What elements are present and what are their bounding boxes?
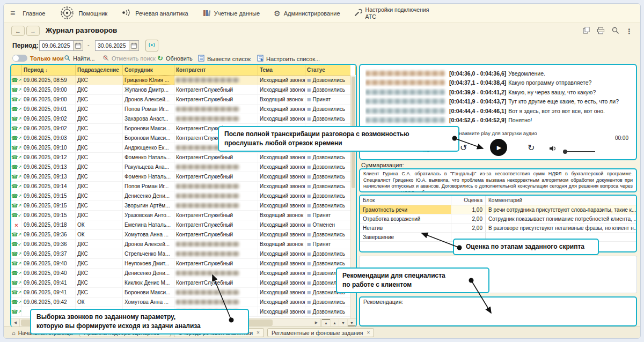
call-employee-cell: Андрющенко Ек... [123, 143, 174, 152]
volume-slider[interactable] [564, 151, 595, 152]
titlebar-actions: ⋮ [582, 26, 633, 36]
period-from-value[interactable]: 09.06.2025 [39, 40, 74, 51]
call-direction-icon: ☎↗ [11, 76, 22, 85]
outgoing-arrow-icon: ↗ [18, 251, 21, 256]
forward-button[interactable]: → [26, 26, 40, 36]
period-to-value[interactable]: 30.06.2025 [95, 40, 129, 51]
only-mine-toggle[interactable]: Только мои [12, 55, 64, 62]
menu-item-administration[interactable]: ⚙ Администрирование [274, 10, 340, 17]
fast-forward-icon[interactable]: ↻ [528, 143, 535, 153]
outgoing-arrow-icon: ↗ [18, 280, 21, 285]
call-row[interactable]: ☎↗09.06.2025, 09:14ДКСПопов Роман Иг...И… [11, 182, 350, 191]
connection-button[interactable] [145, 40, 158, 51]
transcript-line[interactable]: [0:04:36,0 - 0:04:36,6]Уведомление. [365, 69, 632, 78]
scroll-left-button[interactable]: ◀ [11, 319, 20, 326]
call-direction-icon: ☎↗ [11, 85, 22, 94]
more-menu-icon[interactable]: ⋮ [626, 27, 633, 35]
call-row[interactable]: ☎↗09.06.2025, 09:41ДКСБоронови Макси...И… [11, 288, 350, 298]
call-row[interactable]: ☎↗09.06.2025, 09:40ДКСНеупокоев Дмит...К… [11, 259, 350, 269]
call-row[interactable]: ☎↗09.06.2025, 09:13ДКСФоменко Наталь...К… [11, 172, 350, 182]
status-icon: ▦ [307, 232, 311, 237]
go-first-row-button[interactable]: ▲ [321, 319, 330, 326]
speech-analytics-icon [121, 9, 132, 18]
call-period-cell: 09.06.2025, 09:03 [22, 133, 76, 143]
call-period-cell: 09.06.2025, 09:12 [22, 153, 76, 162]
call-employee-cell: Дронов Алексей... [123, 95, 174, 104]
rewind-icon[interactable]: ↺ [460, 143, 467, 153]
column-header-contractor[interactable]: Контрагент [174, 65, 258, 75]
menu-item-main[interactable]: Главное [23, 10, 45, 17]
export-list-button[interactable]: Вывести список [198, 55, 251, 63]
calls-table-header: Период↓ Подразделение Сотрудник Контраге… [11, 65, 350, 76]
volume-slider-knob[interactable] [563, 150, 567, 154]
transcript-line[interactable]: [0:04:39,9 - 0:04:41,2]Какую, ну через в… [365, 87, 632, 97]
call-theme-cell: Исходящий звонок [258, 269, 305, 278]
column-header-employee[interactable]: Сотрудник [123, 65, 174, 75]
column-header-comment[interactable]: Комментарий [486, 196, 636, 205]
menu-item-ats-settings[interactable]: Настройки подключения АТС [354, 6, 436, 19]
tab-close-icon[interactable]: × [257, 330, 260, 336]
score-row[interactable]: Негатив2,00В разговоре присутствуют нега… [360, 224, 636, 233]
call-row[interactable]: ☎↗09.06.2025, 09:02ДКСЗахарова Анаст...И… [11, 114, 350, 124]
call-row[interactable]: ☎↗09.06.2025, 09:12ДКСФоменко Наталь...К… [11, 153, 350, 162]
print-icon[interactable] [597, 27, 605, 36]
column-header-theme[interactable]: Тема [258, 65, 305, 75]
column-header-score[interactable]: Оценка [451, 196, 486, 205]
transcript-line[interactable]: [0:04:52,6 - 0:04:52,9]Понятно! [365, 116, 632, 125]
cancel-search-button[interactable]: Отменить поиск [103, 55, 156, 62]
call-row[interactable]: ☎↗09.06.2025, 09:00ДКСЖупанов Дмитр...Ко… [11, 85, 350, 95]
go-last-row-button[interactable]: ▼ [347, 319, 356, 326]
row-up-button[interactable]: ▲ [330, 319, 339, 326]
column-header-status[interactable]: Статус [305, 65, 356, 75]
tab-item[interactable]: Регламентные и фоновые задания× [267, 328, 374, 337]
back-button[interactable]: ← [11, 26, 25, 36]
copy-icon[interactable] [582, 26, 590, 36]
column-header-category[interactable]: Кат... [356, 65, 357, 75]
call-row[interactable]: ☎↗09.06.2025, 08:59ДКСГриценко Юлия ...И… [11, 76, 350, 85]
main-menu-icon[interactable]: ≡ [10, 9, 15, 18]
row-down-button[interactable]: ▼ [339, 319, 347, 326]
period-from-input[interactable]: 09.06.2025 [39, 40, 83, 51]
call-row[interactable]: ☎↗09.06.2025, 09:42ОКХомутова Анна ...Ис… [11, 298, 350, 307]
call-row[interactable]: ☎↗09.06.2025, 09:15ДКСДенисенко Дени...И… [11, 191, 350, 201]
volume-icon[interactable] [549, 145, 557, 154]
call-contractor-cell [174, 162, 258, 172]
call-row[interactable]: ☎↗09.06.2025, 09:37ДКССтрельченко Ма...И… [11, 249, 350, 259]
tab-close-icon[interactable]: × [367, 330, 370, 336]
configure-list-button[interactable]: Настроить список... [257, 55, 320, 63]
play-button[interactable]: ▶ [490, 139, 507, 156]
menu-item-credentials[interactable]: Учетные данные [202, 9, 260, 18]
period-to-input[interactable]: 30.06.2025 [95, 40, 139, 51]
transcript-timestamp: [0:04:39,9 - 0:04:41,2] [449, 89, 506, 95]
find-button[interactable]: Найти... [64, 55, 95, 62]
score-row[interactable]: Отработка возражений2,00Сотрудник показы… [360, 214, 636, 224]
transcript-line[interactable]: [0:04:41,9 - 0:04:43,7]Тут кто другие ещ… [365, 97, 632, 107]
call-row[interactable]: ☎↗09.06.2025, 09:40ДКСДенисенко Дени...И… [11, 269, 350, 278]
call-row[interactable]: ☎↗09.06.2025, 09:36ОКХомутова Анна ...Ко… [11, 230, 350, 240]
transcript-line[interactable]: [0:04:44,4 - 0:04:46,1]Вот я здесь, вот … [365, 106, 632, 116]
wrench-icon [354, 9, 362, 18]
call-row[interactable]: ☎↙09.06.2025, 09:00ДКСДронов Алексей...К… [11, 95, 350, 105]
call-row[interactable]: ☎↗09.06.2025, 09:41ДКСКиклюк Денис М...К… [11, 278, 350, 288]
call-row[interactable]: ×09.06.2025, 09:18ОКЕмелина Наталь...Кон… [11, 220, 350, 230]
call-row[interactable]: ☎↗09.06.2025, 09:01ДКСПопов Роман Иг...И… [11, 105, 350, 114]
call-row[interactable]: ☎↗09.06.2025, 09:13ДКСРакульцева Ана...И… [11, 162, 350, 172]
column-header-period[interactable]: Период↓ [22, 65, 76, 75]
toggle-switch[interactable] [12, 55, 27, 62]
call-row[interactable]: ☎↙09.06.2025, 09:36ДКСДронов Алексей...В… [11, 240, 350, 249]
call-row[interactable]: ☎↗09.06.2025, 09:15ДКСЗворыгин Артём...И… [11, 201, 350, 211]
recommendation-field[interactable]: Рекомендация: [359, 296, 637, 326]
call-period-cell: 09.06.2025, 09:40 [22, 259, 76, 268]
menu-item-assistant[interactable]: Помощник [59, 5, 107, 21]
calendar-icon[interactable] [129, 40, 139, 51]
call-row[interactable]: ☎↙09.06.2025, 09:15ДКСУразовская Анто...… [11, 211, 350, 220]
transcript-line[interactable]: [0:04:37,1 - 0:04:38,4]Какую программу о… [365, 78, 632, 88]
calendar-icon[interactable] [74, 40, 83, 51]
refresh-button[interactable]: ↻ Обновить [157, 55, 193, 62]
score-row[interactable]: Грамотность речи1,00В речи сотрудника пр… [360, 205, 636, 214]
column-header-block[interactable]: Блок [360, 196, 451, 205]
preview-icon[interactable] [611, 26, 619, 36]
scroll-right-button[interactable]: ▶ [312, 319, 321, 326]
column-header-division[interactable]: Подразделение [76, 65, 123, 75]
menu-item-speech-analytics[interactable]: Речевая аналитика [121, 9, 188, 18]
